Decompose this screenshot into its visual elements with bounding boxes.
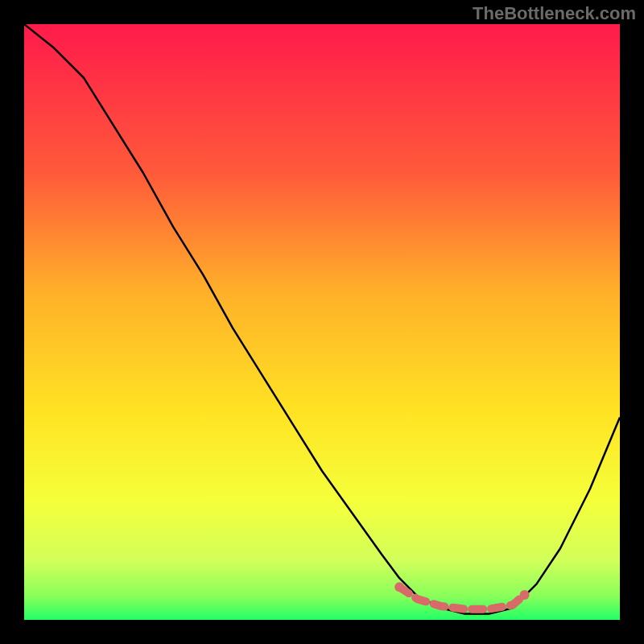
chart-gradient-background (24, 24, 620, 620)
highlight-start-dot (394, 582, 404, 592)
chart-svg (24, 24, 620, 620)
watermark-text: TheBottleneck.com (473, 3, 636, 24)
bottleneck-chart (24, 24, 620, 620)
highlight-end-dot (520, 590, 530, 600)
